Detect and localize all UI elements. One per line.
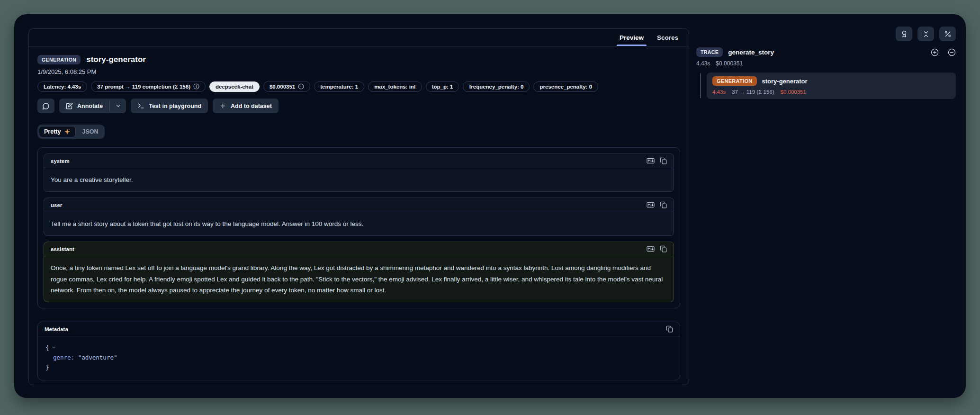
json-close-line: } (45, 362, 672, 372)
assistant-message-content: Once, a tiny token named Lex set off to … (44, 256, 674, 302)
top-p-pill-label: top_p: 1 (432, 84, 453, 90)
copy-icon[interactable] (660, 245, 667, 253)
trace-latency: 4.43s (696, 60, 710, 67)
tree-item-cost: $0.000351 (781, 89, 806, 95)
observation-panel: Preview Scores GENERATION story-generato… (28, 28, 689, 385)
json-label: JSON (82, 128, 98, 135)
view-toggle-pretty[interactable]: Pretty (39, 126, 76, 137)
percent-icon (944, 30, 952, 38)
tree-item-title-row: GENERATION story-generator (712, 76, 950, 86)
test-in-playground-label: Test in playground (149, 103, 201, 109)
markdown-icon[interactable] (647, 201, 655, 208)
role-label: user (51, 202, 62, 208)
markdown-icon[interactable] (647, 245, 655, 253)
message-header-icons (647, 245, 667, 253)
user-message-card: user Tell me a short story about a token… (44, 198, 674, 236)
json-value: "adventure" (78, 352, 117, 362)
metrics-pill-row: Latency: 4.43s 37 prompt → 119 completio… (37, 81, 680, 92)
page-title: story-generator (86, 55, 146, 64)
system-message-card: system You are a creative storyteller. (44, 153, 674, 192)
trace-title[interactable]: generate_story (728, 49, 774, 56)
copy-icon[interactable] (660, 201, 667, 208)
messages-container: system You are a creative storyteller. (37, 147, 680, 308)
metadata-card: Metadata { genre: (37, 322, 680, 380)
frequency-penalty-pill: frequency_penalty: 0 (463, 81, 530, 92)
message-header-icons (647, 157, 667, 164)
metadata-title: Metadata (45, 326, 68, 332)
trace-sidebar: TRACE generate_story 4.43s $0.000351 GEN… (696, 27, 956, 99)
observation-content: GENERATION story-generator 1/9/2025, 6:0… (29, 46, 689, 385)
annotate-button-label: Annotate (77, 103, 103, 109)
max-tokens-pill-label: max_tokens: inf (374, 84, 416, 90)
sparkles-icon (64, 128, 71, 135)
app-container: Preview Scores GENERATION story-generato… (14, 14, 966, 398)
tab-preview[interactable]: Preview (613, 29, 650, 46)
test-in-playground-button[interactable]: Test in playground (131, 99, 208, 113)
metadata-json: { genre: "adventure" } (38, 336, 680, 380)
trace-tree: GENERATION story-generator 4.43s 37 → 11… (696, 72, 956, 99)
presence-penalty-pill-label: presence_penalty: 0 (539, 84, 592, 90)
terminal-icon (137, 102, 144, 109)
view-toggle-json[interactable]: JSON (77, 126, 103, 137)
comment-button[interactable] (37, 99, 54, 113)
user-message-header: user (44, 198, 674, 212)
award-scores-button[interactable] (896, 27, 912, 41)
timestamp: 1/9/2025, 6:08:25 PM (37, 68, 680, 75)
temperature-pill-label: temperature: 1 (320, 84, 358, 90)
markdown-icon[interactable] (647, 157, 655, 164)
max-tokens-pill: max_tokens: inf (368, 81, 422, 92)
tree-item-story-generator[interactable]: GENERATION story-generator 4.43s 37 → 11… (707, 72, 956, 99)
tree-item-latency: 4.43s (712, 89, 726, 95)
metadata-header-icons (666, 325, 673, 333)
add-to-dataset-button[interactable]: Add to dataset (213, 99, 279, 113)
chevron-down-icon (115, 103, 121, 109)
comment-icon (42, 102, 50, 110)
view-toggle: Pretty JSON (37, 125, 105, 139)
fold-vertical-icon (922, 30, 930, 38)
generation-type-badge: GENERATION (37, 55, 81, 64)
role-label: system (51, 158, 70, 164)
info-icon (193, 83, 199, 90)
award-icon (900, 30, 908, 38)
cost-pill[interactable]: $0.000351 (263, 81, 310, 92)
copy-icon[interactable] (666, 325, 673, 333)
generation-badge: GENERATION (712, 76, 757, 86)
annotate-split-button: Annotate (59, 99, 126, 113)
tree-item-tokens: 37 → 119 (Σ 156) (732, 89, 774, 95)
minus-circle-icon (948, 48, 956, 56)
show-percentages-button[interactable] (939, 27, 956, 41)
collapse-tree-button[interactable] (948, 48, 956, 56)
collapse-all-button[interactable] (917, 27, 934, 41)
annotate-dropdown-button[interactable] (110, 99, 126, 113)
token-usage-pill[interactable]: 37 prompt → 119 completion (Σ 156) (91, 81, 206, 92)
system-message-content: You are a creative storyteller. (44, 168, 674, 191)
latency-pill-label: Latency: 4.43s (44, 84, 81, 90)
user-message-content: Tell me a short story about a token that… (44, 212, 674, 235)
trace-cost: $0.000351 (716, 60, 743, 67)
json-open-brace: { (45, 343, 49, 352)
json-open-line: { (45, 343, 672, 352)
add-to-dataset-label: Add to dataset (231, 103, 272, 109)
presence-penalty-pill: presence_penalty: 0 (533, 81, 598, 92)
trace-metrics-row: 4.43s $0.000351 (696, 60, 956, 67)
tree-item-title: story-generator (762, 78, 808, 85)
collapse-chevron-icon[interactable] (51, 345, 56, 350)
assistant-message-header: assistant (44, 242, 674, 256)
json-key: genre: (53, 352, 74, 362)
model-pill-label: deepseek-chat (216, 84, 253, 90)
copy-icon[interactable] (660, 157, 667, 164)
expand-all-button[interactable] (931, 48, 939, 56)
tab-scores[interactable]: Scores (650, 29, 685, 46)
plus-circle-icon (931, 48, 939, 56)
latency-pill: Latency: 4.43s (37, 81, 87, 92)
tree-item-metrics: 4.43s 37 → 119 (Σ 156) $0.000351 (712, 89, 950, 95)
model-pill[interactable]: deepseek-chat (209, 81, 260, 92)
annotate-button[interactable]: Annotate (59, 99, 109, 113)
frequency-penalty-pill-label: frequency_penalty: 0 (469, 84, 523, 90)
annotate-icon (66, 102, 73, 109)
trace-type-badge: TRACE (696, 47, 723, 57)
action-row: Annotate Test in playground (37, 99, 680, 113)
trace-header-row: TRACE generate_story (696, 47, 956, 57)
top-p-pill: top_p: 1 (426, 81, 459, 92)
info-icon (298, 83, 304, 90)
